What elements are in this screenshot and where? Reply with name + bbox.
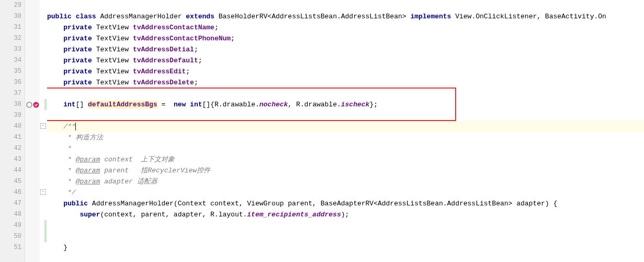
check-circle-icon — [33, 102, 39, 108]
javadoc-tag: @param — [76, 156, 100, 163]
params: (Context context, ViewGroup parent, Base… — [174, 200, 557, 208]
brace: } — [63, 244, 67, 252]
text: , R.drawable. — [288, 101, 341, 108]
code-line[interactable]: * @param context 上下文对象 — [47, 154, 644, 165]
svg-point-0 — [27, 102, 32, 107]
code-line[interactable]: private TextView tvAddressDelete; — [47, 77, 644, 88]
line-number: 42 — [0, 143, 25, 154]
keyword: super — [80, 211, 100, 219]
comment-text: 上下文对象 — [141, 156, 175, 163]
code-line[interactable]: } — [47, 242, 644, 253]
breakpoint-marker[interactable] — [26, 99, 39, 110]
line-number: 31 — [0, 22, 25, 33]
code-line[interactable]: * @param adapter 适配器 — [47, 176, 644, 187]
line-number: 50 — [0, 231, 25, 242]
comment-text: RecyclerView — [148, 167, 197, 174]
circle-icon — [26, 102, 32, 108]
line-number: 34 — [0, 55, 25, 66]
line-number: 44 — [0, 165, 25, 176]
code-line[interactable] — [47, 231, 644, 242]
text: []{R.drawable. — [202, 101, 259, 108]
comment: * — [63, 167, 75, 174]
field-name: tvAddressContactPhoneNum — [133, 35, 231, 42]
text: [] — [76, 101, 84, 108]
comment: * 构造方法 — [63, 134, 103, 141]
code-line[interactable]: int[] defaultAddressBgs = new int[]{R.dr… — [47, 99, 644, 110]
code-line[interactable]: super(context, parent, adapter, R.layout… — [47, 209, 644, 220]
comment-text: 指 — [141, 167, 148, 174]
keyword: private — [63, 68, 92, 75]
line-number: 38 — [0, 99, 25, 110]
param-name: context — [104, 156, 133, 163]
code-line[interactable]: */ — [47, 187, 644, 198]
type-ref: View.OnClickListener, BaseActivity.On — [455, 13, 606, 20]
comment: /** — [63, 123, 75, 130]
field-name: tvAddressDetial — [133, 46, 194, 53]
code-line[interactable]: private TextView tvAddressEdit; — [47, 66, 644, 77]
fold-column: − − — [40, 0, 47, 262]
line-number: 37 — [0, 88, 25, 99]
code-line[interactable] — [47, 220, 644, 231]
line-number: 43 — [0, 154, 25, 165]
keyword: public — [47, 13, 72, 20]
keyword: private — [63, 57, 92, 64]
field-name: tvAddressDelete — [133, 79, 194, 86]
code-line[interactable]: public AddressManagerHolder(Context cont… — [47, 198, 644, 209]
constructor-name: AddressManagerHolder — [92, 200, 174, 208]
code-line[interactable]: private TextView tvAddressDefault; — [47, 55, 644, 66]
code-line[interactable] — [47, 88, 644, 99]
type-ref: BaseHolderRV<AddressListsBean.AddressLis… — [219, 13, 406, 20]
text: = — [157, 101, 174, 108]
javadoc-tag: @param — [76, 167, 100, 174]
type-ref: TextView — [96, 79, 129, 86]
code-line[interactable]: private TextView tvAddressDetial; — [47, 44, 644, 55]
code-line[interactable]: private TextView tvAddressContactPhoneNu… — [47, 33, 644, 44]
fold-toggle-icon[interactable]: − — [40, 123, 46, 129]
comment: * — [63, 145, 72, 152]
comment-text: 适配器 — [137, 178, 157, 185]
comment-text: 控件 — [197, 167, 210, 174]
code-area[interactable]: public class AddressManagerHolder extend… — [47, 0, 644, 262]
change-marker — [44, 99, 47, 110]
code-line[interactable]: /** — [47, 121, 644, 132]
code-line[interactable]: private TextView tvAddressContactName; — [47, 22, 644, 33]
code-line[interactable]: * — [47, 143, 644, 154]
line-number: 30 — [0, 11, 25, 22]
line-number: 51 — [0, 242, 25, 253]
line-number: 32 — [0, 33, 25, 44]
line-number: 41 — [0, 132, 25, 143]
marker-column — [25, 0, 40, 262]
code-line[interactable]: public class AddressManagerHolder extend… — [47, 11, 644, 22]
line-number-gutter: 29 30 31 32 33 34 35 36 37 38 39 40 41 4… — [0, 0, 25, 262]
static-field: ischeck — [341, 101, 370, 108]
line-number: 35 — [0, 66, 25, 77]
text: ); — [341, 211, 349, 219]
keyword: private — [63, 24, 92, 31]
keyword: private — [63, 35, 92, 42]
code-line[interactable] — [47, 0, 644, 11]
line-number: 49 — [0, 220, 25, 231]
static-field: nocheck — [259, 101, 288, 108]
change-marker — [44, 220, 47, 242]
line-number: 46 — [0, 187, 25, 198]
keyword: public — [63, 200, 88, 208]
type-ref: TextView — [96, 35, 129, 42]
text-cursor — [75, 123, 76, 130]
text: }; — [369, 101, 378, 108]
code-line[interactable] — [47, 110, 644, 121]
field-name-highlighted: defaultAddressBgs — [88, 101, 157, 108]
keyword: new — [174, 101, 186, 108]
code-line[interactable]: * 构造方法 — [47, 132, 644, 143]
type-ref: TextView — [96, 68, 129, 75]
param-name: parent — [104, 167, 129, 174]
keyword: private — [63, 79, 92, 86]
line-number: 39 — [0, 110, 25, 121]
field-name: tvAddressContactName — [133, 24, 214, 31]
line-number: 29 — [0, 0, 25, 11]
line-number: 36 — [0, 77, 25, 88]
keyword: class — [76, 13, 96, 20]
type-ref: TextView — [96, 57, 129, 64]
fold-toggle-icon[interactable]: − — [40, 189, 46, 195]
code-line[interactable]: * @param parent 指RecyclerView控件 — [47, 165, 644, 176]
field-name: tvAddressEdit — [133, 68, 186, 75]
